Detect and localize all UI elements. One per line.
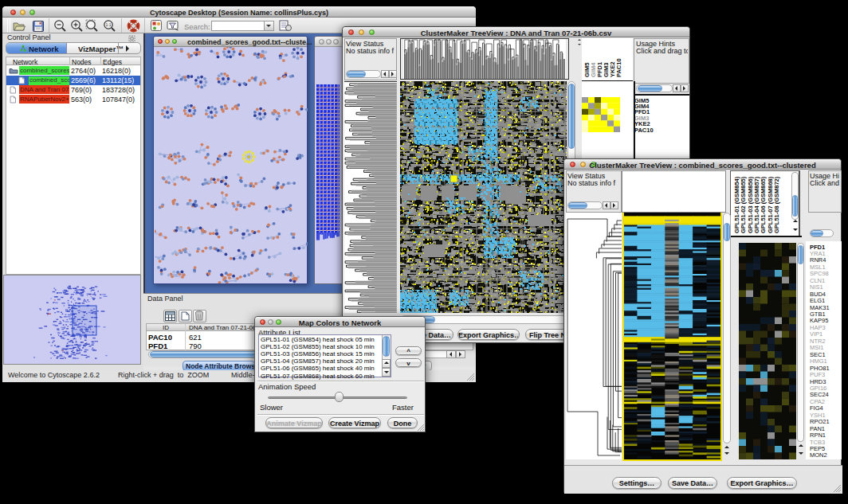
svg-text:1:1: 1:1	[106, 22, 112, 27]
